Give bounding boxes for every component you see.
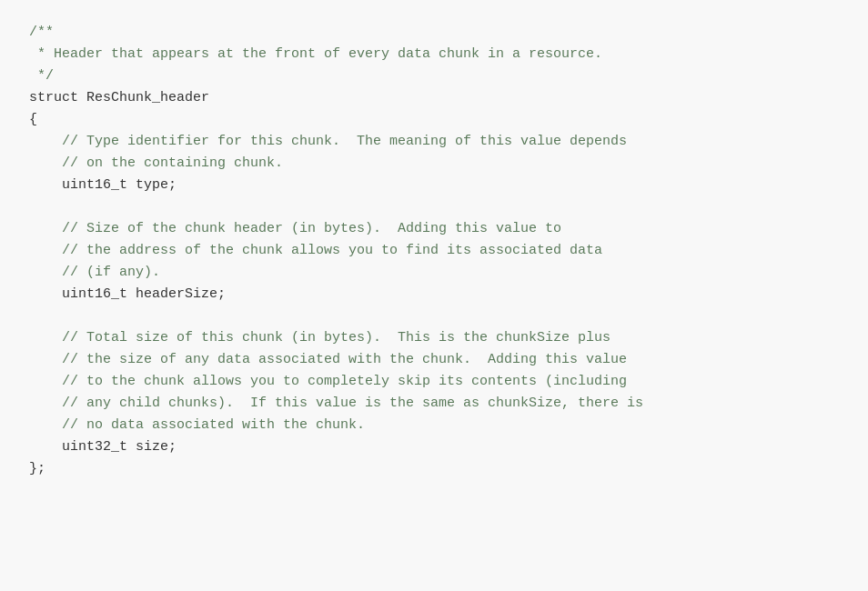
code-container: /** * Header that appears at the front o… (0, 0, 868, 591)
code-block: /** * Header that appears at the front o… (29, 22, 839, 480)
code-line: // to the chunk allows you to completely… (29, 374, 627, 389)
code-line: // Type identifier for this chunk. The m… (29, 134, 627, 149)
code-line: // the address of the chunk allows you t… (29, 243, 602, 258)
code-line: struct ResChunk_header (29, 90, 209, 105)
code-line: // the size of any data associated with … (29, 352, 627, 367)
code-line: }; (29, 461, 45, 476)
code-line: uint32_t size; (29, 439, 177, 455)
code-line: /** (29, 25, 54, 40)
code-line: { (29, 112, 37, 127)
code-line: // Size of the chunk header (in bytes). … (29, 221, 561, 236)
code-line: * Header that appears at the front of ev… (29, 46, 602, 62)
code-line: // on the containing chunk. (29, 155, 283, 171)
code-line: uint16_t headerSize; (29, 286, 226, 302)
code-line: // (if any). (29, 265, 160, 280)
code-line: // any child chunks). If this value is t… (29, 396, 643, 411)
code-line: uint16_t type; (29, 177, 177, 193)
code-line: */ (29, 68, 54, 84)
code-line: // Total size of this chunk (in bytes). … (29, 330, 611, 346)
code-line: // no data associated with the chunk. (29, 417, 365, 433)
